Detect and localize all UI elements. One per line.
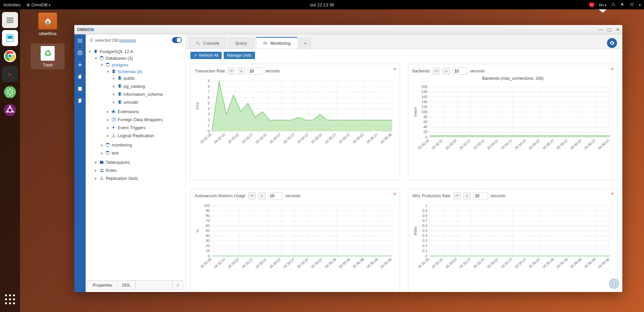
tree-logical-replication[interactable]: ▸Logical Replication [106,133,185,138]
tree-db-monitoring[interactable]: ▸monitoring [100,142,185,147]
tree-tablespaces[interactable]: ▸Tablespaces [94,160,185,165]
dock-chrome[interactable] [2,48,18,64]
dock-atom[interactable] [2,84,18,100]
app-menu[interactable]: ⊕ OmniDB [26,2,50,7]
tree-root[interactable]: ▾PostgreSQL 12.4 [88,49,185,54]
settings-button[interactable] [607,38,617,48]
rail-add-icon[interactable] [76,61,84,68]
card-interval-input[interactable] [248,67,262,75]
rail-elephant-icon[interactable] [76,97,84,104]
users-icon [99,168,104,173]
resize-handle-icon[interactable]: ⇳ [172,281,183,290]
card-interval-input[interactable] [473,192,488,200]
svg-text:0.1: 0.1 [422,249,427,253]
tree-roles[interactable]: ▸Roles [94,168,185,173]
dock-terminal[interactable]: >_ [2,66,18,82]
clock[interactable]: out 22 13:36 [310,2,334,7]
svg-text:30: 30 [206,239,210,243]
system-menu-caret-icon[interactable]: ▾ [639,3,641,7]
svg-text:16:33:07: 16:33:07 [444,138,458,150]
globe-overlay-icon[interactable] [608,278,620,289]
desktop-home-folder[interactable]: rafaelthca [33,13,63,36]
svg-text:16:36:27: 16:36:27 [583,138,596,150]
window-titlebar[interactable]: OMNIDB — ▢ ✕ [74,25,622,34]
card-close-icon[interactable]: ✕ [393,192,396,196]
window-maximize-icon[interactable]: ▢ [607,27,611,32]
card-settings-icon[interactable] [443,67,450,75]
svg-text:16:34:47: 16:34:47 [514,257,527,269]
tree-schemas[interactable]: ▾Schemas (4) [106,69,185,74]
network-icon[interactable] [611,2,616,8]
svg-text:20: 20 [206,244,210,248]
notification-badge-icon[interactable]: — [589,2,594,7]
dock-show-apps[interactable] [2,291,18,307]
rail-hand-icon[interactable] [76,73,84,80]
card-refresh-icon[interactable] [453,192,461,200]
tree-schema-omnidb[interactable]: ▸omnidb [112,99,185,105]
tab-query[interactable]: Query [228,38,254,48]
card-transaction-rate: ✕ Transaction Rate seconds 012345678916:… [190,64,400,181]
tab-console[interactable]: Console [189,37,226,49]
svg-text:40: 40 [206,234,210,238]
tab-ddl[interactable]: DDL [117,281,136,290]
tree-databases[interactable]: ▾Databases (3) [94,55,185,61]
card-close-icon[interactable]: ✕ [611,67,614,71]
card-refresh-icon[interactable] [248,192,256,200]
sidebar-toggle[interactable] [172,37,182,43]
postgres-icon [93,49,98,54]
selected-db-link[interactable]: postgres [119,38,136,43]
card-refresh-icon[interactable] [433,67,440,75]
svg-text:MB/s: MB/s [413,226,418,235]
power-icon[interactable] [630,2,634,8]
database-icon [105,150,110,155]
svg-text:16:35:28: 16:35:28 [324,257,337,269]
dock-files[interactable] [2,12,18,28]
svg-text:16:32:47: 16:32:47 [431,257,444,269]
card-refresh-icon[interactable] [228,67,235,75]
dock-ubuntu-settings[interactable] [2,102,18,118]
refresh-all-button[interactable]: Refresh All [190,52,222,59]
window-close-icon[interactable]: ✕ [616,27,620,32]
tree-schema-pgcatalog[interactable]: ▸pg_catalog [112,83,185,89]
tab-add[interactable]: + [300,38,311,48]
seconds-label: seconds [286,194,301,198]
svg-point-15 [9,91,11,93]
tree-db-test[interactable]: ▸test [100,150,185,155]
svg-text:160: 160 [421,95,427,99]
svg-text:8: 8 [208,84,210,88]
cube-icon [111,117,116,122]
tree-schema-infoschema[interactable]: ▸information_schema [112,91,185,97]
activities-button[interactable]: Activities [3,2,20,7]
tab-monitoring[interactable]: Monitoring [256,37,298,49]
tab-properties[interactable]: Properties [88,281,117,290]
card-settings-icon[interactable] [463,192,471,200]
manage-units-button[interactable]: Manage Units [224,52,255,59]
tree-schema-public[interactable]: ▸public [112,75,185,81]
svg-text:16:33:27: 16:33:27 [241,257,254,269]
svg-text:16:36:28: 16:36:28 [583,257,596,269]
volume-icon[interactable] [620,2,625,8]
tree-replication-slots[interactable]: ▸Replication Slots [94,176,185,181]
rail-menu-icon[interactable] [76,37,84,44]
rail-book-icon[interactable] [76,85,84,92]
chart-svg: 00.10.20.30.40.50.60.70.80.9116:32:2616:… [412,201,613,271]
card-interval-input[interactable] [268,192,283,200]
svg-point-31 [102,169,103,170]
tree-db-postgres[interactable]: ▾postgres [100,62,185,67]
rail-connections-icon[interactable] [76,49,84,56]
dock-libreoffice[interactable] [2,30,18,46]
svg-text:10: 10 [206,249,210,253]
card-settings-icon[interactable] [238,67,245,75]
tree-event-triggers[interactable]: ▸Event Triggers [106,125,185,130]
window-minimize-icon[interactable]: — [598,27,603,32]
svg-point-25 [112,136,113,137]
card-close-icon[interactable]: ✕ [611,192,614,196]
card-settings-icon[interactable] [258,192,266,200]
tree-fdw[interactable]: ▸Foreign Data Wrappers [106,117,185,122]
desktop-trash[interactable]: Trash [31,43,65,69]
card-close-icon[interactable]: ✕ [393,67,396,71]
svg-text:16:36:48: 16:36:48 [379,132,393,144]
card-interval-input[interactable] [453,67,467,75]
input-source[interactable]: en [599,2,606,7]
tree-extensions[interactable]: ▸Extensions [106,109,185,114]
